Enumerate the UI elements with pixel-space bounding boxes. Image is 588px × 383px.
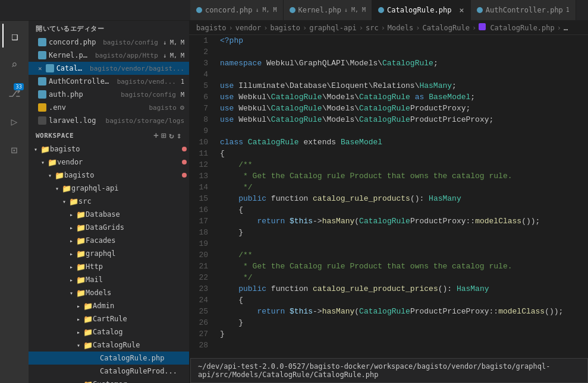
breadcrumb-part-5[interactable]: Models — [388, 24, 413, 32]
folder-icon-18: 📁 — [83, 380, 93, 384]
tree-item-label-15: CatalogRule — [93, 341, 189, 349]
code-line-14: */ — [220, 182, 588, 193]
app-container: concord.php ↓ M, M Kernel.php ↓ M, M Cat… — [0, 0, 588, 383]
tab-icon-catalogrule — [378, 7, 384, 13]
tree-item-4[interactable]: ▾ 📁 src — [29, 195, 189, 208]
breadcrumb-sep-2: › — [263, 24, 268, 32]
tree-item-3[interactable]: ▾ 📁 graphql-api — [29, 182, 189, 195]
tree-item-14[interactable]: ▸ 📁 Catalog — [29, 325, 189, 338]
tree-item-8[interactable]: ▸ 📁 graphql — [29, 247, 189, 260]
folder-icon-12: 📁 — [83, 302, 93, 311]
editor-file-name-2: CatalogRule.php — [56, 64, 85, 72]
tree-item-10[interactable]: ▸ 📁 Mail — [29, 273, 189, 286]
arrow-18: ▸ — [74, 381, 83, 384]
tab-close-catalogrule[interactable]: × — [459, 5, 464, 15]
breadcrumb-part-3[interactable]: graphql-api — [309, 24, 356, 32]
editor-item-2[interactable]: × CatalogRule.php bagisto/vendor/bagist.… — [29, 62, 189, 75]
tab-kernel[interactable]: Kernel.php ↓ M, M — [284, 0, 372, 20]
tree-item-9[interactable]: ▸ 📁 Http — [29, 260, 189, 273]
breadcrumb-part-7[interactable]: CatalogRule.php — [479, 23, 555, 32]
code-line-5: use Illuminate\Database\Eloquent\Relatio… — [220, 80, 588, 91]
arrow-9: ▸ — [67, 264, 76, 270]
breadcrumb-part-1[interactable]: vendor — [235, 24, 261, 32]
code-content: <?php namespace Webkul\GraphQLAPI\Models… — [213, 35, 588, 383]
tab-concord[interactable]: concord.php ↓ M, M — [190, 0, 284, 20]
gear-icon-5: ⚙ — [180, 103, 184, 112]
code-line-25: return $this->hasMany(CatalogRuleProduct… — [220, 306, 588, 317]
dot-0 — [182, 147, 187, 151]
arrow-8: ▸ — [67, 251, 76, 257]
tab-authcontroller[interactable]: AuthController.php 1 — [471, 0, 576, 20]
code-line-6: use Webkul\CatalogRule\Models\CatalogRul… — [220, 91, 588, 103]
code-area[interactable]: 1234567891011121314151617181920212223242… — [189, 35, 588, 383]
tab-label-catalogrule: CatalogRule.php — [387, 6, 451, 14]
extensions-icon[interactable]: ⊡ — [2, 138, 26, 162]
tree-item-label-12: Admin — [93, 302, 189, 310]
breadcrumb-part-0[interactable]: bagisto — [196, 24, 227, 32]
editor-item-5[interactable]: .env bagisto ⚙ — [29, 101, 189, 114]
source-control-icon[interactable]: ⎇33 — [2, 81, 26, 105]
code-line-23: public function catalog_rule_product_pri… — [220, 283, 588, 295]
tree-item-label-3: graphql-api — [71, 184, 189, 192]
refresh-icon[interactable]: ↻ — [169, 131, 174, 140]
dot-2 — [182, 173, 187, 178]
folder-icon-9: 📁 — [76, 262, 86, 271]
arrow-1: ▾ — [38, 159, 48, 166]
breadcrumb-part-6[interactable]: CatalogRule — [422, 24, 469, 32]
new-folder-icon[interactable]: ⊞ — [161, 131, 166, 140]
editor-item-6[interactable]: laravel.log bagisto/storage/logs — [29, 114, 189, 127]
line-num-25: 25 — [189, 306, 208, 317]
tree-item-label-11: Models — [86, 289, 189, 297]
folder-icon-8: 📁 — [76, 249, 86, 258]
breadcrumb-sep-7: › — [472, 24, 476, 32]
tree-item-17[interactable]: CatalogRuleProd... — [29, 365, 189, 378]
debug-icon[interactable]: ▷ — [2, 109, 26, 133]
editor-item-3[interactable]: AuthController.php bagisto/vend... 1 — [29, 75, 189, 88]
breadcrumb-file-icon — [479, 23, 486, 30]
tree-item-6[interactable]: ▸ 📁 DataGrids — [29, 221, 189, 234]
code-line-3: namespace Webkul\GraphQLAPI\Models\Catal… — [220, 58, 588, 69]
tree-item-15[interactable]: ▾ 📁 CatalogRule — [29, 338, 189, 352]
workspace-section: WORKSPACE + ⊞ ↻ ↕ ▾ 📁 bagisto ▾ 📁 vendor… — [29, 127, 189, 383]
folder-icon-1: 📁 — [48, 158, 57, 167]
breadcrumb-part-2[interactable]: bagisto — [270, 24, 300, 32]
open-editors-title: 開いているエディター — [36, 24, 104, 33]
search-icon[interactable]: ⌕ — [2, 52, 26, 76]
editor-item-4[interactable]: auth.php bagisto/config M — [29, 88, 189, 101]
tree-item-2[interactable]: ▾ 📁 bagisto — [29, 169, 189, 182]
tree-item-18[interactable]: ▸ 📁 Customer — [29, 378, 189, 383]
tree-item-5[interactable]: ▸ 📁 Database — [29, 208, 189, 221]
tree-item-0[interactable]: ▾ 📁 bagisto — [29, 143, 189, 156]
line-num-26: 26 — [189, 317, 208, 328]
line-num-22: 22 — [189, 272, 208, 283]
tree-item-16[interactable]: CatalogRule.php — [29, 352, 189, 365]
explorer-icon[interactable]: ❑ — [2, 24, 26, 48]
line-num-2: 2 — [189, 46, 208, 58]
tree-item-11[interactable]: ▾ 📁 Models — [29, 286, 189, 299]
breadcrumb-sep-3: › — [303, 24, 307, 32]
tree-item-13[interactable]: ▸ 📁 CartRule — [29, 312, 189, 325]
code-line-17: return $this->hasMany(CatalogRuleProduct… — [220, 216, 588, 227]
code-line-11: { — [220, 148, 588, 159]
arrow-13: ▸ — [74, 316, 83, 322]
tree-item-7[interactable]: ▸ 📁 Facades — [29, 234, 189, 247]
editor-item-1[interactable]: Kernel.php bagisto/app/Http ↓ M, M — [29, 49, 189, 62]
code-line-26: } — [220, 317, 588, 328]
sidebar: 開いているエディター concord.php bagisto/config ↓ … — [29, 21, 189, 383]
tab-bar: concord.php ↓ M, M Kernel.php ↓ M, M Cat… — [0, 0, 588, 21]
tab-catalogrule[interactable]: CatalogRule.php × — [372, 0, 471, 20]
close-icon-2[interactable]: × — [38, 65, 42, 72]
collapse-icon[interactable]: ↕ — [177, 131, 182, 140]
tree-item-label-14: Catalog — [93, 328, 189, 336]
arrow-15: ▾ — [74, 342, 83, 349]
tree-item-12[interactable]: ▸ 📁 Admin — [29, 299, 189, 312]
code-line-4 — [220, 69, 588, 80]
editor-item-0[interactable]: concord.php bagisto/config ↓ M, M — [29, 36, 189, 49]
breadcrumb-part-8[interactable]: … — [564, 24, 568, 32]
main-area: ❑⌕⎇33▷⊡ 開いているエディター concord.php bagisto/c… — [0, 21, 588, 383]
new-file-icon[interactable]: + — [153, 131, 159, 140]
file-icon-1 — [38, 51, 46, 59]
breadcrumb-part-4[interactable]: src — [366, 24, 379, 32]
tree-item-1[interactable]: ▾ 📁 vendor — [29, 156, 189, 169]
editor-file-path-6: bagisto/storage/logs — [106, 117, 184, 125]
